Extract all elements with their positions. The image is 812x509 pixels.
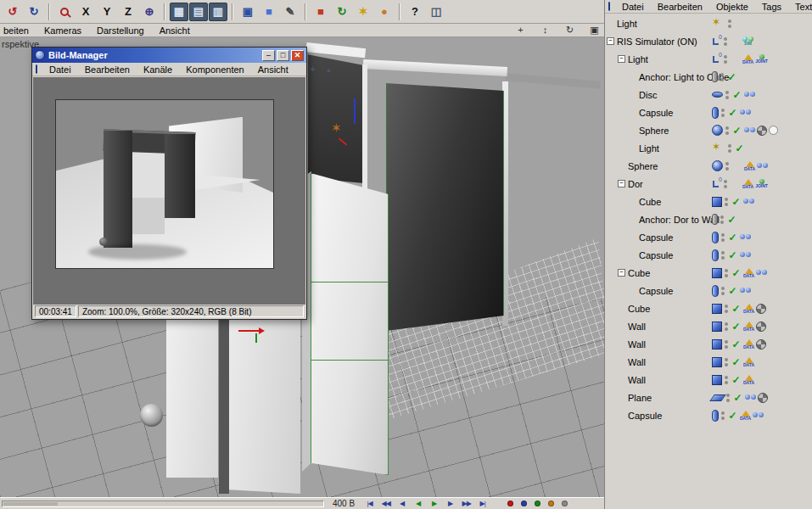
render-visibility-dot[interactable] [728, 25, 731, 28]
lock-x-button[interactable]: X [76, 2, 96, 22]
bm-menu-datei[interactable]: Datei [48, 64, 73, 75]
capsule-object-icon[interactable] [712, 232, 719, 243]
render-settings-button[interactable]: ▥ [209, 3, 227, 21]
editor-visibility-dot[interactable] [725, 376, 728, 379]
connector-tag[interactable] [756, 265, 767, 281]
tree-row-anchor-dor-to-wall[interactable]: Anchor: Dor to Wall✓ [605, 210, 812, 228]
enabled-check-icon[interactable]: ✓ [732, 393, 743, 403]
editor-visibility-dot[interactable] [726, 394, 730, 397]
enabled-check-icon[interactable]: ✓ [731, 375, 742, 385]
visibility-dots[interactable] [724, 340, 729, 349]
data-tag[interactable]: DATA [743, 372, 754, 388]
bm-menu-komponenten[interactable]: Komponenten [184, 64, 246, 75]
autokey-button[interactable] [558, 499, 570, 509]
editor-visibility-dot[interactable] [725, 162, 729, 165]
data-tag[interactable]: DATA [742, 51, 753, 67]
visibility-dots[interactable] [727, 20, 732, 28]
render-visibility-dot[interactable] [725, 363, 728, 366]
cube-object-icon[interactable] [712, 268, 722, 278]
dock-expand-icon[interactable] [326, 64, 333, 74]
viewport-menu-kameras[interactable]: Kameras [42, 25, 83, 36]
render-visibility-dot[interactable] [724, 60, 727, 64]
enabled-check-icon[interactable]: ✓ [731, 322, 742, 332]
close-button[interactable]: ✕ [291, 50, 304, 61]
data-tag[interactable]: DATA [742, 176, 753, 192]
light-object-icon[interactable] [712, 16, 725, 31]
visibility-dots[interactable] [720, 73, 725, 81]
editor-visibility-dot[interactable] [728, 20, 731, 23]
enabled-check-icon[interactable]: ✓ [734, 143, 745, 154]
capsule-object-icon[interactable] [712, 285, 719, 297]
connector-tag[interactable] [744, 122, 755, 138]
add-spline-button[interactable]: ✎ [280, 2, 300, 22]
connector-tag[interactable] [757, 158, 768, 174]
render-visibility-dot[interactable] [728, 149, 731, 153]
enabled-check-icon[interactable]: ✓ [727, 411, 738, 421]
goto-end-button[interactable]: ▶| [474, 499, 490, 509]
data-tag[interactable]: DATA [743, 336, 754, 352]
tree-row-wall[interactable]: Wall✓DATA [605, 353, 812, 371]
redo-button[interactable]: ↻ [24, 2, 44, 22]
om-menu-datei[interactable]: Datei [620, 2, 646, 12]
coord-system-button[interactable]: ⊕ [139, 2, 160, 22]
timeline-scrubber[interactable] [2, 501, 324, 507]
null-object-icon[interactable] [712, 54, 721, 64]
data-tag[interactable]: DATA [743, 265, 754, 281]
enabled-check-icon[interactable]: ✓ [726, 215, 737, 225]
texture-white-tag[interactable] [769, 122, 778, 138]
render-visibility-dot[interactable] [725, 167, 729, 171]
editor-visibility-dot[interactable] [721, 251, 725, 255]
visibility-dots[interactable] [724, 305, 729, 313]
visibility-dots[interactable] [725, 91, 730, 99]
connector-tag[interactable] [740, 247, 751, 263]
editor-visibility-dot[interactable] [725, 322, 728, 326]
undo-button[interactable]: ↺ [3, 2, 23, 22]
record-rotation-button[interactable] [545, 499, 557, 509]
light-object-icon[interactable] [712, 141, 725, 156]
bm-menu-ansicht[interactable]: Ansicht [256, 64, 290, 75]
record-scale-button[interactable] [531, 499, 543, 509]
om-menu-textur[interactable]: Textur [793, 2, 812, 12]
tree-row-capsule[interactable]: Capsule✓ [605, 282, 812, 299]
visibility-dots[interactable] [725, 394, 731, 402]
sphere-object-icon[interactable] [712, 125, 723, 136]
make-editable-button[interactable]: ▣ [238, 2, 258, 22]
texture-dark-tag[interactable] [757, 122, 767, 138]
data-tag[interactable]: DATA [743, 354, 754, 370]
render-visibility-dot[interactable] [721, 292, 725, 295]
texture-dark-tag[interactable] [756, 336, 766, 352]
cube-object-icon[interactable] [712, 357, 722, 367]
tree-row-anchor-light-to-cube[interactable]: Anchor: Light to Cube✓ [605, 68, 812, 86]
cube-object-icon[interactable] [712, 322, 722, 332]
connector-tag[interactable] [744, 87, 755, 103]
enabled-check-icon[interactable]: ✓ [731, 90, 742, 100]
toggle-view-button[interactable]: ▣ [588, 25, 601, 36]
collapse-icon[interactable]: − [607, 37, 614, 45]
collapse-icon[interactable]: − [618, 180, 625, 187]
record-position-button[interactable] [518, 499, 529, 509]
tree-row-wall[interactable]: Wall✓DATA [605, 371, 812, 389]
visibility-dots[interactable] [725, 126, 730, 135]
tree-row-wall[interactable]: Wall✓DATA [605, 317, 812, 335]
render-visibility-dot[interactable] [726, 399, 730, 402]
editor-visibility-dot[interactable] [725, 126, 729, 130]
render-visibility-dot[interactable] [725, 274, 728, 277]
add-material-button[interactable]: ■ [311, 2, 331, 22]
visibility-dots[interactable] [720, 233, 725, 242]
visibility-dots[interactable] [725, 162, 730, 171]
tree-row-capsule[interactable]: Capsule✓ [605, 103, 812, 121]
cube-object-icon[interactable] [712, 339, 722, 350]
connector-tag[interactable] [740, 282, 751, 299]
next-frame-button[interactable]: ▶ [442, 499, 458, 509]
add-environment-button[interactable]: ↻ [332, 2, 352, 22]
visibility-dots[interactable] [720, 287, 725, 295]
help-button[interactable]: ? [405, 2, 425, 22]
viewport-menu-beiten[interactable]: beiten [2, 25, 31, 36]
tree-row-light[interactable]: Light [605, 14, 812, 32]
editor-visibility-dot[interactable] [725, 91, 729, 94]
tree-row-plane[interactable]: Plane✓ [605, 389, 812, 406]
render-visibility-dot[interactable] [724, 42, 727, 46]
om-menu-bearbeiten[interactable]: Bearbeiten [656, 2, 704, 12]
editor-visibility-dot[interactable] [725, 198, 728, 201]
render-visibility-dot[interactable] [720, 221, 724, 224]
